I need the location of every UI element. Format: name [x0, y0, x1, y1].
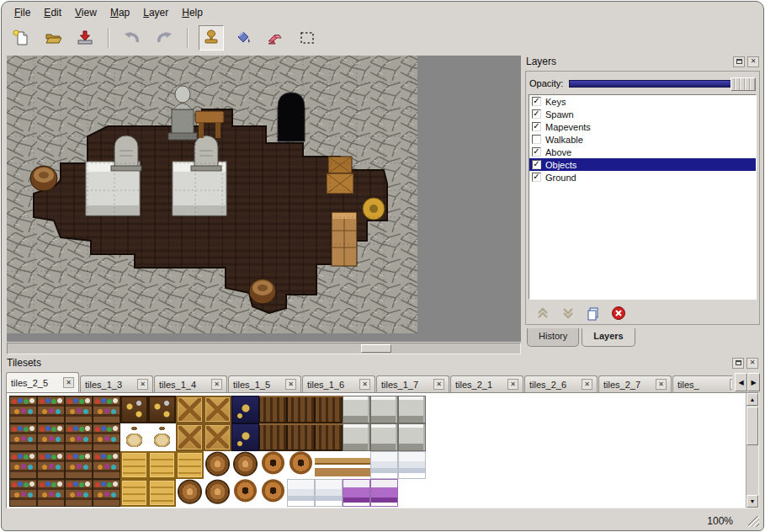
tileset-tile-crate[interactable]	[204, 423, 231, 451]
tileset-tile-rack[interactable]	[287, 423, 315, 451]
tab-scroll-right-icon[interactable]: ▶	[747, 373, 760, 391]
tileset-tab-tiles_1_5[interactable]: tiles_1_5 ✕	[228, 375, 301, 392]
new-button[interactable]	[8, 25, 34, 51]
tileset-tile-shelf[interactable]	[93, 423, 120, 451]
map-horizontal-scrollbar[interactable]	[7, 343, 521, 354]
tileset-tile-crate[interactable]	[176, 423, 204, 451]
tileset-tile-arch[interactable]	[398, 423, 426, 451]
stamp-tool-button[interactable]	[199, 25, 224, 51]
layer-list[interactable]: ✓ Keys ✓ Spawn ✓ Mapevents Walkable ✓	[529, 94, 757, 300]
tileset-tile-shelf[interactable]	[93, 451, 120, 479]
layer-checkbox[interactable]	[532, 135, 541, 144]
tileset-tile-goldcrate[interactable]	[148, 451, 176, 479]
save-button[interactable]	[72, 25, 98, 51]
tileset-tile-navy[interactable]	[231, 396, 259, 423]
tileset-tile-sack[interactable]	[148, 423, 176, 451]
tab-close-icon[interactable]: ✕	[359, 379, 370, 390]
layer-checkbox[interactable]: ✓	[532, 160, 541, 169]
tileset-tile-shelf[interactable]	[9, 451, 37, 479]
tileset-tile-shelf[interactable]	[37, 451, 65, 479]
tileset-vertical-scrollbar[interactable]: ▲ ▼	[746, 393, 758, 508]
tab-close-icon[interactable]: ✕	[507, 379, 518, 390]
map-canvas[interactable]	[7, 56, 417, 333]
tab-close-icon[interactable]: ✕	[211, 379, 222, 390]
tileset-tile-barrel[interactable]	[231, 451, 259, 479]
tileset-tab-tiles_1_3[interactable]: tiles_1_3 ✕	[80, 375, 153, 392]
tileset-tile-blank[interactable]	[426, 479, 454, 507]
tileset-tile-pot[interactable]	[231, 479, 259, 507]
fill-tool-button[interactable]	[231, 25, 256, 51]
tileset-tile-arch[interactable]	[343, 423, 370, 451]
opacity-slider-handle[interactable]	[730, 77, 756, 91]
tab-close-icon[interactable]: ✕	[656, 379, 667, 390]
tileset-tile-goldcrate[interactable]	[176, 451, 204, 479]
redo-button[interactable]	[151, 25, 177, 51]
tileset-tile-shelf[interactable]	[9, 396, 37, 423]
tileset-tab-tiles_1_6[interactable]: tiles_1_6 ✕	[302, 375, 375, 392]
tileset-tab-tiles_2_7[interactable]: tiles_2_7 ✕	[598, 375, 672, 392]
tab-layers[interactable]: Layers	[582, 328, 635, 347]
tileset-tile-pot[interactable]	[259, 479, 287, 507]
tileset-tile-blank[interactable]	[426, 451, 454, 479]
tab-history[interactable]: History	[527, 328, 579, 347]
tileset-tab-tiles_1_4[interactable]: tiles_1_4 ✕	[154, 375, 227, 392]
tileset-tile-blank[interactable]	[426, 396, 454, 423]
tileset-tab-tiles_1_7[interactable]: tiles_1_7 ✕	[376, 375, 449, 392]
tileset-tile-blank[interactable]	[426, 423, 454, 451]
tileset-tile-bedWhite[interactable]	[287, 479, 315, 507]
tileset-tile-shelf[interactable]	[9, 479, 37, 507]
tileset-tile-bench[interactable]	[315, 451, 343, 479]
tileset-tile-rack[interactable]	[287, 396, 315, 423]
layer-checkbox[interactable]: ✓	[532, 97, 541, 106]
scroll-down-icon[interactable]: ▼	[746, 495, 758, 508]
panel-float-button[interactable]	[732, 358, 744, 369]
tileset-tile-shelf[interactable]	[9, 423, 37, 451]
open-button[interactable]	[40, 25, 66, 51]
scrollbar-thumb[interactable]	[361, 344, 391, 353]
tileset-tile-bedWhite[interactable]	[315, 479, 343, 507]
tileset-tab-tiles_2_6[interactable]: tiles_2_6 ✕	[524, 375, 598, 392]
layer-checkbox[interactable]: ✓	[532, 147, 541, 157]
tileset-tile-arch[interactable]	[370, 423, 398, 451]
layer-row-objects[interactable]: ✓ Objects	[529, 158, 756, 171]
layer-row-above[interactable]: ✓ Above	[529, 146, 756, 158]
tileset-tile-navy[interactable]	[231, 423, 259, 451]
tileset-tile-goldcrate[interactable]	[120, 451, 148, 479]
tileset-tile-shelf[interactable]	[93, 396, 120, 423]
tileset-tile-shelf[interactable]	[37, 423, 65, 451]
tab-close-icon[interactable]: ✕	[285, 379, 296, 390]
tileset-tile-shelf[interactable]	[65, 479, 93, 507]
tab-close-icon[interactable]: ✕	[433, 379, 444, 390]
tileset-tile-arch[interactable]	[398, 396, 426, 423]
menu-item-layer[interactable]: Layer	[137, 5, 174, 20]
tileset-tile-sack[interactable]	[120, 423, 148, 451]
layer-row-keys[interactable]: ✓ Keys	[529, 95, 756, 108]
tileset-tile-crate[interactable]	[204, 396, 231, 423]
tileset-tile-goldcrate[interactable]	[148, 479, 176, 507]
raise-layer-icon[interactable]	[535, 306, 550, 321]
layer-checkbox[interactable]: ✓	[532, 173, 541, 182]
tileset-tile-arch[interactable]	[370, 396, 398, 423]
panel-float-button[interactable]	[733, 56, 745, 67]
tileset-tile-blank[interactable]	[398, 479, 426, 507]
tab-close-icon[interactable]: ✕	[63, 377, 74, 388]
tileset-tab-tiles_2_5[interactable]: tiles_2_5 ✕	[6, 372, 79, 392]
layer-row-mapevents[interactable]: ✓ Mapevents	[529, 120, 756, 133]
tileset-tile-pot[interactable]	[287, 451, 315, 479]
tileset-tile-shelf[interactable]	[37, 479, 65, 507]
tileset-tile-crate[interactable]	[176, 396, 204, 423]
layer-row-spawn[interactable]: ✓ Spawn	[529, 108, 756, 120]
tileset-tile-goldcrate[interactable]	[120, 479, 148, 507]
tileset-tile-bedPurple[interactable]	[343, 479, 370, 507]
menu-item-help[interactable]: Help	[176, 5, 209, 20]
lower-layer-icon[interactable]	[560, 306, 576, 321]
menu-item-file[interactable]: File	[8, 5, 36, 20]
tileset-tile-rack[interactable]	[315, 423, 343, 451]
tab-close-icon[interactable]: ✕	[582, 379, 592, 390]
duplicate-layer-icon[interactable]	[586, 306, 601, 321]
scrollbar-thumb[interactable]	[746, 407, 758, 445]
menu-item-map[interactable]: Map	[104, 5, 135, 20]
resize-grip[interactable]	[748, 516, 759, 527]
tileset-tile-bedWhite[interactable]	[370, 451, 398, 479]
tileset-tile-crateDark[interactable]	[148, 396, 176, 423]
